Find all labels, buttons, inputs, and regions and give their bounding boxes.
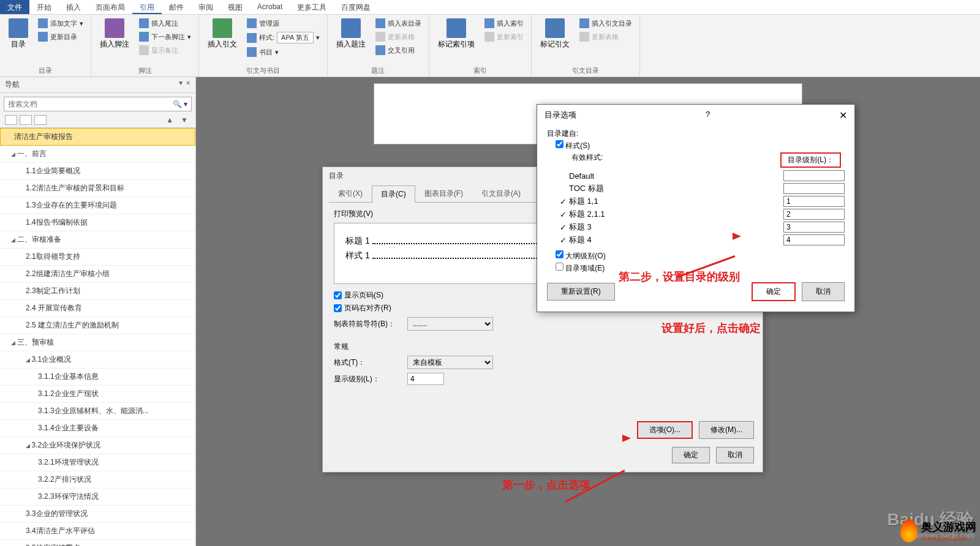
level-column-header: 目录级别(L)：	[780, 152, 841, 168]
nav-item[interactable]: 3.2.3环保守法情况	[0, 488, 195, 506]
insert-footnote-button[interactable]: 插入脚注	[96, 17, 133, 51]
next-footnote-button[interactable]: 下一条脚注 ▾	[137, 31, 194, 43]
add-text-button[interactable]: 添加文字 ▾	[36, 17, 86, 29]
xref-icon	[375, 45, 385, 55]
options-button[interactable]: 选项(O)...	[637, 421, 693, 439]
nav-down[interactable]: ▼	[178, 116, 190, 124]
toa-icon	[579, 18, 589, 28]
mark-citation-button[interactable]: 标记引文	[537, 17, 573, 51]
insert-caption-button[interactable]: 插入题注	[333, 17, 369, 51]
menu-tab-references[interactable]: 引用	[132, 0, 162, 14]
nav-item[interactable]: 3.1.2企业生产现状	[0, 386, 195, 403]
nav-item[interactable]: 3.4清洁生产水平评估	[0, 523, 195, 540]
level-input[interactable]	[783, 234, 845, 245]
nav-item[interactable]: 1.4报告书编制依据	[0, 214, 195, 231]
update-tof-button: 更新表格	[373, 31, 424, 43]
insert-endnote-button[interactable]: 插入尾注	[137, 17, 194, 29]
menu-tab[interactable]: 审阅	[191, 0, 221, 14]
level-input[interactable]	[783, 183, 845, 194]
menu-tab[interactable]: 开始	[29, 0, 59, 14]
update-index-button: 更新索引	[482, 31, 526, 43]
view-pages[interactable]	[20, 115, 32, 125]
cancel-button[interactable]: 取消	[802, 282, 845, 301]
level-input[interactable]	[783, 222, 845, 233]
help-icon[interactable]: ?	[706, 110, 710, 121]
nav-item[interactable]: 1.1企业简要概况	[0, 163, 195, 180]
menu-tab[interactable]: 页面布局	[88, 0, 132, 14]
styles-checkbox[interactable]: 样式(S)	[556, 140, 845, 151]
tocfield-checkbox[interactable]: 目录项域(E)	[556, 263, 845, 274]
insert-index-button[interactable]: 插入索引	[482, 17, 526, 29]
style-row: ✓标题 2,1.1	[557, 209, 845, 220]
nav-item[interactable]: 3.2.2产排污状况	[0, 471, 195, 488]
group-label: 引文与书目	[204, 65, 322, 75]
update-toc-button[interactable]: 更新目录	[36, 31, 86, 43]
levels-input[interactable]	[407, 373, 444, 385]
insert-toa-button[interactable]: 插入引文目录	[577, 17, 635, 29]
toc-button[interactable]: 目录	[5, 17, 32, 51]
nav-item[interactable]: 二、审核准备	[0, 231, 195, 249]
ok-button[interactable]: 确定	[752, 282, 796, 301]
cancel-button[interactable]: 取消	[716, 447, 754, 463]
leader-label: 制表符前导符(B)：	[334, 319, 401, 329]
update-icon	[38, 32, 48, 42]
dialog-title: 目录选项	[545, 110, 576, 121]
nav-item[interactable]: 2.2组建清洁生产审核小组	[0, 266, 195, 283]
reset-button[interactable]: 重新设置(R)	[547, 283, 615, 301]
nav-item[interactable]: 3.5确定审核重点	[0, 540, 195, 546]
search-box[interactable]: 🔍 ▾	[4, 97, 192, 111]
cross-ref-button[interactable]: 交叉引用	[373, 44, 424, 56]
tab-index[interactable]: 索引(X)	[329, 185, 372, 202]
modify-button[interactable]: 修改(M)...	[699, 421, 754, 439]
nav-item[interactable]: 一、前言	[0, 146, 195, 163]
menu-tab[interactable]: 邮件	[162, 0, 191, 14]
level-input[interactable]	[783, 209, 845, 220]
ok-button[interactable]: 确定	[672, 447, 710, 463]
search-input[interactable]	[4, 97, 169, 111]
level-input[interactable]	[783, 170, 845, 181]
nav-item[interactable]: 3.1.1企业基本信息	[0, 368, 195, 386]
search-icon[interactable]: 🔍 ▾	[169, 97, 191, 111]
format-select[interactable]: 来自模板	[407, 356, 493, 369]
menu-tab[interactable]: Acrobat	[250, 0, 290, 14]
nav-item[interactable]: 2.4 开展宣传教育	[0, 300, 195, 317]
menu-tab[interactable]: 插入	[59, 0, 88, 14]
menu-tab[interactable]: 更多工具	[290, 0, 334, 14]
nav-item[interactable]: 3.2企业环境保护状况	[0, 437, 195, 454]
tab-authorities[interactable]: 引文目录(A)	[472, 185, 530, 202]
menu-file[interactable]: 文件	[0, 0, 29, 14]
insert-citation-button[interactable]: 插入引文	[204, 17, 241, 51]
view-headings[interactable]	[5, 115, 17, 125]
manage-sources-button[interactable]: 管理源	[244, 17, 322, 29]
leader-select[interactable]: .......	[407, 317, 493, 331]
nav-item[interactable]: 3.1.3企业原辅材料、水、能源消...	[0, 403, 195, 420]
style-select[interactable]: 样式: APA 第五 ▾	[244, 31, 322, 45]
nav-item[interactable]: 1.3企业存在的主要环境问题	[0, 197, 195, 214]
nav-item[interactable]: 2.5 建立清洁生产的激励机制	[0, 317, 195, 334]
tab-toc[interactable]: 目录(C)	[372, 185, 415, 203]
watermark-site: 奥义游戏网www.aoe1.com	[900, 519, 976, 542]
level-input[interactable]	[783, 196, 845, 207]
nav-item[interactable]: 3.1企业概况	[0, 351, 195, 368]
nav-item[interactable]: 3.2.1环境管理状况	[0, 454, 195, 471]
nav-item[interactable]: 三、预审核	[0, 334, 195, 351]
nav-item[interactable]: 3.1.4企业主要设备	[0, 420, 195, 437]
mark-index-button[interactable]: 标记索引项	[434, 17, 478, 51]
menu-tab[interactable]: 视图	[221, 0, 250, 14]
insert-tof-button[interactable]: 插入表目录	[373, 17, 424, 29]
style-name: Default	[569, 171, 783, 181]
nav-item[interactable]: 清洁生产审核报告	[0, 128, 195, 146]
nav-tree[interactable]: 清洁生产审核报告一、前言1.1企业简要概况1.2清洁生产审核的背景和目标1.3企…	[0, 127, 195, 546]
outline-checkbox[interactable]: 大纲级别(O)	[556, 250, 845, 261]
view-results[interactable]	[34, 115, 47, 125]
nav-item[interactable]: 2.3制定工作计划	[0, 283, 195, 300]
nav-item[interactable]: 2.1取得领导支持	[0, 249, 195, 266]
pin-icon[interactable]: ▼ ✕	[178, 80, 190, 90]
close-icon[interactable]: ✕	[839, 110, 847, 121]
nav-item[interactable]: 3.3企业的管理状况	[0, 506, 195, 523]
menu-tab[interactable]: 百度网盘	[334, 0, 378, 14]
nav-item[interactable]: 1.2清洁生产审核的背景和目标	[0, 180, 195, 197]
nav-up[interactable]: ▲	[164, 116, 176, 124]
tab-figures[interactable]: 图表目录(F)	[415, 185, 472, 202]
bibliography-button[interactable]: 书目 ▾	[244, 46, 322, 58]
